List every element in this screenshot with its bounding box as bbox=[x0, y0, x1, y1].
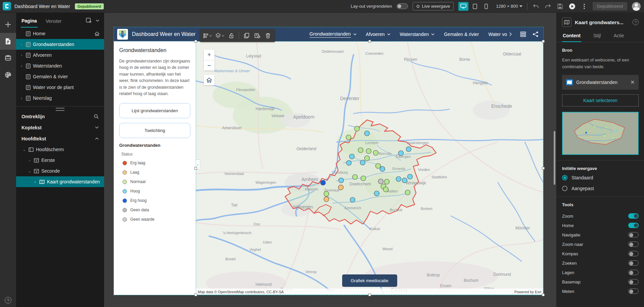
radio-standaard[interactable]: Standaard bbox=[562, 175, 639, 180]
unlock-icon[interactable] bbox=[227, 31, 236, 40]
measurement-point-normaal[interactable] bbox=[405, 190, 410, 195]
data-panel-icon[interactable] bbox=[0, 50, 16, 67]
expand-chevron-icon[interactable]: › bbox=[19, 64, 24, 68]
measurement-point-normaal[interactable] bbox=[361, 176, 366, 181]
outline-item-kaart-grondwaterstanden[interactable]: ›Kaart grondwaterstanden bbox=[16, 176, 104, 187]
page-item-grondwaterstanden[interactable]: ›Grondwaterstanden bbox=[16, 39, 104, 50]
layout-lock-toggle[interactable] bbox=[397, 3, 408, 9]
resize-handle[interactable] bbox=[542, 167, 545, 170]
tool-toggle[interactable] bbox=[628, 251, 639, 256]
settings-tab-stijl[interactable]: Stijl bbox=[593, 30, 602, 42]
measurement-point-hoog[interactable] bbox=[350, 154, 355, 159]
measurement-point-hoog[interactable] bbox=[365, 131, 370, 136]
settings-help-icon[interactable]: ? bbox=[633, 19, 639, 25]
measurement-point-hoog[interactable] bbox=[350, 198, 355, 203]
live-view-button[interactable]: Live weergave bbox=[413, 2, 454, 10]
measurement-point-hoog[interactable] bbox=[380, 167, 385, 172]
panel-chevron-down-icon[interactable] bbox=[96, 19, 99, 22]
radio-icon[interactable] bbox=[562, 175, 567, 180]
outline-item-hoofdscherm[interactable]: ⌄Hoofdscherm bbox=[16, 144, 104, 155]
measurement-point-normaal[interactable] bbox=[384, 179, 389, 184]
nav-water-vo[interactable]: Water vo bbox=[489, 32, 512, 37]
resize-handle[interactable] bbox=[194, 167, 197, 170]
tab-pagina[interactable]: Pagina bbox=[21, 14, 38, 28]
nav-waterstanden[interactable]: Waterstanden bbox=[400, 32, 435, 37]
map-widget[interactable]: LelystadMarkermeer & IJmeerFlevopolderDe… bbox=[196, 41, 543, 295]
page-item-waterstanden[interactable]: ›Waterstanden bbox=[16, 60, 104, 71]
section-koptekst[interactable]: Koptekst bbox=[16, 122, 104, 133]
measurement-point-normaal[interactable] bbox=[383, 187, 388, 192]
outline-item-seconde[interactable]: ⌄Seconde bbox=[16, 166, 104, 176]
measurement-point-normaal[interactable] bbox=[355, 126, 360, 131]
list-groundwater-button[interactable]: Lijst grondwaterstanden bbox=[119, 103, 190, 118]
canvas-scrollbar[interactable] bbox=[554, 131, 555, 185]
trash-icon[interactable] bbox=[263, 31, 273, 40]
tab-venster[interactable]: Venster bbox=[45, 14, 62, 27]
tool-toggle[interactable] bbox=[628, 242, 639, 247]
expand-chevron-icon[interactable]: › bbox=[33, 180, 37, 184]
page-item-home[interactable]: Home bbox=[16, 28, 104, 39]
chevron-down-icon[interactable] bbox=[95, 126, 99, 129]
resize-handle[interactable] bbox=[542, 40, 545, 43]
tool-toggle[interactable] bbox=[628, 213, 639, 219]
tool-toggle[interactable] bbox=[628, 289, 639, 294]
measurement-point-hoog[interactable] bbox=[399, 151, 404, 156]
resize-handle[interactable] bbox=[542, 294, 545, 296]
zoom-out-button[interactable]: − bbox=[204, 60, 215, 71]
measurement-point-geen-data[interactable] bbox=[378, 179, 383, 184]
nav-gemalen-rivier[interactable]: Gemalen & rivier bbox=[444, 32, 479, 37]
measurement-point-laag[interactable] bbox=[338, 185, 343, 190]
resize-handle[interactable] bbox=[368, 294, 371, 296]
measurement-point-normaal[interactable] bbox=[324, 191, 329, 196]
publish-button[interactable]: Gepubliceerd bbox=[593, 2, 627, 10]
measurement-point-normaal[interactable] bbox=[353, 175, 358, 180]
list-widget-icon[interactable] bbox=[520, 32, 526, 37]
search-icon[interactable] bbox=[94, 114, 99, 119]
share-icon[interactable] bbox=[533, 31, 539, 37]
selected-map-chip[interactable]: Grondwaterstanden ✕ bbox=[562, 75, 639, 90]
page-item-water-voor-de-plant[interactable]: Water voor de plant bbox=[16, 82, 104, 93]
more-menu-icon[interactable] bbox=[581, 3, 588, 10]
tool-toggle[interactable] bbox=[628, 223, 639, 228]
measurement-point-normaal[interactable] bbox=[346, 135, 351, 140]
measurement-point-hoog[interactable] bbox=[360, 160, 365, 165]
measurement-point-hoog[interactable] bbox=[374, 191, 379, 196]
undo-icon[interactable] bbox=[532, 3, 540, 10]
measurement-point-hoog[interactable] bbox=[408, 174, 413, 179]
resize-handle[interactable] bbox=[194, 40, 197, 43]
tool-toggle[interactable] bbox=[628, 232, 639, 237]
device-phone-icon[interactable] bbox=[481, 2, 491, 11]
measurement-point-normaal[interactable] bbox=[365, 156, 370, 161]
web-map[interactable]: LelystadMarkermeer & IJmeerFlevopolderDe… bbox=[196, 41, 543, 295]
duplicate-off-icon[interactable] bbox=[252, 31, 262, 40]
avatar[interactable] bbox=[632, 2, 641, 11]
radio-icon[interactable] bbox=[562, 186, 567, 191]
measurement-point-laag[interactable] bbox=[324, 197, 329, 202]
remove-map-icon[interactable]: ✕ bbox=[630, 79, 635, 85]
panel-resize-handle[interactable] bbox=[16, 106, 104, 111]
expand-chevron-icon[interactable]: ⌄ bbox=[22, 147, 26, 152]
measurement-point-hoog[interactable] bbox=[402, 178, 407, 183]
resize-handle[interactable] bbox=[194, 294, 197, 296]
expand-chevron-icon[interactable]: ⌄ bbox=[28, 169, 32, 173]
outline-item-eerste[interactable]: ›Eerste bbox=[16, 155, 104, 166]
theme-panel-icon[interactable] bbox=[0, 67, 16, 83]
measurement-point-normaal[interactable] bbox=[376, 164, 381, 169]
measurement-point-hoog[interactable] bbox=[396, 177, 401, 182]
resize-handle[interactable] bbox=[368, 40, 371, 43]
resolution-dropdown[interactable]: 1280 × 800 bbox=[496, 4, 522, 9]
select-map-button[interactable]: Kaart selecteren bbox=[562, 94, 639, 106]
add-page-icon[interactable] bbox=[86, 18, 92, 24]
measurement-point-hoog[interactable] bbox=[406, 147, 411, 152]
chevron-right-icon[interactable] bbox=[509, 32, 512, 36]
tool-toggle[interactable] bbox=[628, 260, 639, 266]
expand-chevron-icon[interactable]: › bbox=[28, 158, 32, 162]
section-hoofdtekst[interactable]: Hoofdtekst bbox=[16, 133, 104, 144]
pages-panel-icon[interactable] bbox=[0, 33, 16, 50]
measurement-point-hoog[interactable] bbox=[339, 178, 344, 183]
measurement-point-hoog[interactable] bbox=[347, 161, 352, 166]
home-button[interactable] bbox=[204, 75, 215, 85]
device-tablet-icon[interactable] bbox=[470, 2, 480, 11]
copy-icon[interactable] bbox=[242, 31, 251, 40]
radio-aangepast[interactable]: Aangepast bbox=[562, 186, 639, 191]
